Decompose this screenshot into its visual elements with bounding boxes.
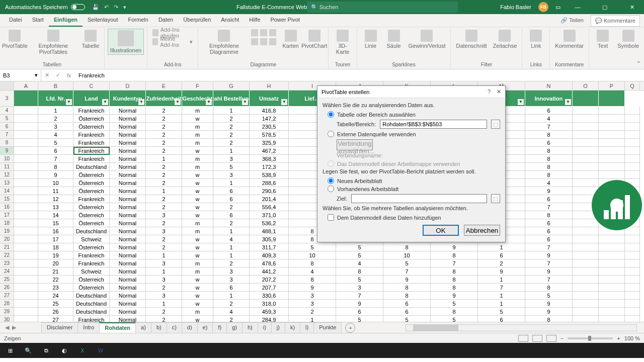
- cell[interactable]: 6: [213, 211, 250, 219]
- cell[interactable]: 1: [478, 243, 525, 251]
- cell[interactable]: 2: [289, 308, 336, 316]
- cell[interactable]: 6: [38, 147, 73, 155]
- cell[interactable]: [625, 163, 640, 171]
- table-header-cell[interactable]: Land▼: [73, 90, 110, 107]
- cell[interactable]: 6: [478, 251, 525, 259]
- sheet-tab[interactable]: l): [300, 322, 314, 333]
- cell[interactable]: 556,4: [250, 203, 289, 211]
- row-header[interactable]: 11: [0, 163, 14, 171]
- new-sheet-button[interactable]: +: [345, 323, 355, 333]
- cell[interactable]: [625, 235, 640, 243]
- sheet-tab[interactable]: k): [285, 322, 300, 333]
- sheet-tab[interactable]: Punkte: [313, 322, 342, 333]
- filter-dropdown-icon[interactable]: ▼: [102, 99, 108, 105]
- cancel-formula-icon[interactable]: ✕: [41, 72, 52, 78]
- cell[interactable]: 18: [38, 243, 73, 251]
- cell[interactable]: Normal: [110, 251, 146, 259]
- cell[interactable]: [14, 163, 38, 171]
- cell[interactable]: 1: [213, 243, 250, 251]
- cell[interactable]: 2: [213, 316, 250, 322]
- radio-new-sheet[interactable]: [328, 177, 334, 184]
- column-header[interactable]: D: [110, 81, 146, 90]
- cell[interactable]: 25: [38, 300, 73, 308]
- cell[interactable]: [599, 300, 625, 308]
- cell[interactable]: 1: [213, 251, 250, 259]
- cell[interactable]: Normal: [110, 203, 146, 211]
- cell[interactable]: [14, 115, 38, 123]
- cell[interactable]: 15: [38, 219, 73, 227]
- cell[interactable]: 4: [213, 308, 250, 316]
- cell[interactable]: 318,0: [250, 300, 289, 308]
- cell[interactable]: Normal: [110, 195, 146, 203]
- sheet-tab[interactable]: f): [212, 322, 227, 333]
- cell[interactable]: [599, 276, 625, 284]
- cell[interactable]: [625, 251, 640, 259]
- ribbon-mode-icon[interactable]: ▭: [555, 4, 560, 11]
- cell[interactable]: 2: [146, 115, 182, 123]
- pivotchart-button[interactable]: PivotChart: [303, 29, 326, 50]
- chart-gallery[interactable]: [249, 29, 278, 46]
- cell[interactable]: Normal: [110, 187, 146, 195]
- select-all-corner[interactable]: [0, 81, 14, 90]
- cell[interactable]: Normal: [110, 115, 146, 123]
- cell[interactable]: m: [182, 227, 213, 235]
- cell[interactable]: Frankreich: [73, 155, 110, 163]
- column-header[interactable]: N: [525, 81, 573, 90]
- cell[interactable]: 8: [383, 284, 431, 292]
- cell[interactable]: 147,2: [250, 115, 289, 123]
- cell[interactable]: 5: [336, 316, 383, 322]
- collapse-ribbon-icon[interactable]: ⌃: [636, 60, 641, 67]
- cell[interactable]: 2: [213, 115, 250, 123]
- cell[interactable]: [573, 276, 599, 284]
- cell[interactable]: w: [182, 179, 213, 187]
- cell[interactable]: m: [182, 155, 213, 163]
- cell[interactable]: 8: [431, 308, 478, 316]
- table-header-cell[interactable]: Innovation▼: [525, 90, 573, 107]
- cell[interactable]: Deutschland: [73, 308, 110, 316]
- row-header[interactable]: 6: [0, 123, 14, 131]
- cell[interactable]: 8: [336, 267, 383, 276]
- cell[interactable]: Normal: [110, 227, 146, 235]
- cell[interactable]: [625, 276, 640, 284]
- view-pagebreak-icon[interactable]: [546, 335, 556, 342]
- table-header-cell[interactable]: Geschlecht▼: [182, 90, 213, 107]
- cell[interactable]: Frankreich: [73, 259, 110, 267]
- cell[interactable]: 9: [383, 276, 431, 284]
- cell[interactable]: [573, 139, 599, 147]
- cell[interactable]: [599, 292, 625, 300]
- cell[interactable]: [599, 171, 625, 179]
- cell[interactable]: 1: [213, 147, 250, 155]
- cell[interactable]: 2: [213, 219, 250, 227]
- sheet-tab[interactable]: b): [151, 322, 167, 333]
- cell[interactable]: [573, 131, 599, 139]
- cell[interactable]: 8: [525, 284, 573, 292]
- cell[interactable]: 284,9: [250, 316, 289, 322]
- cell[interactable]: [599, 316, 625, 322]
- cell[interactable]: 1: [213, 227, 250, 235]
- cell[interactable]: w: [182, 300, 213, 308]
- cell[interactable]: 2: [146, 147, 182, 155]
- cell[interactable]: 1: [478, 300, 525, 308]
- cell[interactable]: w: [182, 235, 213, 243]
- row-header[interactable]: 17: [0, 211, 14, 219]
- cell[interactable]: 12: [38, 195, 73, 203]
- cell[interactable]: [599, 107, 625, 115]
- cell[interactable]: 9: [525, 187, 573, 195]
- text-button[interactable]: Text: [592, 29, 613, 50]
- cell[interactable]: Normal: [110, 219, 146, 227]
- cell[interactable]: 2: [213, 259, 250, 267]
- cell[interactable]: w: [182, 147, 213, 155]
- ribbon-tab-daten[interactable]: Daten: [153, 15, 178, 27]
- cell[interactable]: 459,3: [250, 308, 289, 316]
- cell[interactable]: Österreich: [73, 203, 110, 211]
- cell[interactable]: 2: [213, 203, 250, 211]
- cell[interactable]: 6: [525, 107, 573, 115]
- cell[interactable]: [573, 235, 599, 243]
- sheet-tab[interactable]: g): [226, 322, 243, 333]
- cell[interactable]: Normal: [110, 139, 146, 147]
- cell[interactable]: 2: [213, 123, 250, 131]
- cell[interactable]: [14, 179, 38, 187]
- row-header[interactable]: 13: [0, 179, 14, 187]
- column-header[interactable]: G: [213, 81, 250, 90]
- save-icon[interactable]: 💾: [92, 4, 99, 11]
